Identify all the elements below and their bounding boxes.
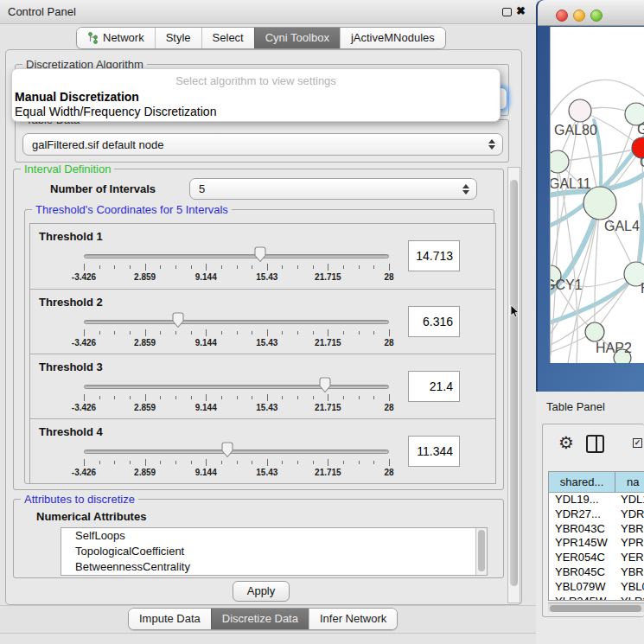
thresholds-group-title: Threshold's Coordinates for 5 Intervals bbox=[32, 203, 232, 216]
table-row[interactable]: YDL19...YDL1 bbox=[549, 493, 644, 507]
network-window-titlebar bbox=[538, 0, 644, 26]
list-item[interactable]: SelfLoops bbox=[61, 528, 487, 544]
threshold-row-4: Threshold 4 -3.4262.8599.14415.4321.7152… bbox=[30, 418, 495, 483]
cyni-toolbox-panel: Discretization Algorithm Select algorith… bbox=[5, 49, 522, 605]
node-label-gal11: GAL11 bbox=[551, 176, 591, 191]
apply-button[interactable]: Apply bbox=[233, 581, 290, 602]
list-scrollbar[interactable] bbox=[475, 528, 487, 575]
table-row[interactable]: YDR27...YDR2 bbox=[549, 507, 644, 522]
threshold-row-1: Threshold 1 -3.4262.8599.14415.4321.7152… bbox=[30, 224, 495, 289]
node-gal4[interactable] bbox=[583, 187, 616, 220]
tab-cyni-toolbox[interactable]: Cyni Toolbox bbox=[254, 28, 340, 48]
tab-network-label: Network bbox=[103, 31, 144, 44]
table-horizontal-scrollbar[interactable] bbox=[548, 603, 644, 612]
table-row[interactable]: YPR145WYPR1 bbox=[549, 536, 644, 551]
table-row[interactable]: YBR043CYBR0 bbox=[549, 522, 644, 537]
column-header-name[interactable]: na bbox=[615, 472, 644, 492]
threshold-row-3: Threshold 3 -3.4262.8599.14415.4321.7152… bbox=[30, 354, 495, 418]
tab-select[interactable]: Select bbox=[201, 28, 254, 48]
window-title: Control Panel bbox=[8, 5, 76, 18]
node-label-hap2: HAP2 bbox=[596, 341, 632, 355]
control-panel-titlebar: Control Panel ✖ bbox=[0, 0, 536, 24]
network-view-window: GAL80 GA G GAL11 GAL4 GCY1 H HAP2 bbox=[536, 0, 644, 392]
node-label-partial-r: G bbox=[640, 155, 644, 169]
list-item[interactable]: BetweennessCentrality bbox=[61, 559, 487, 575]
table-panel: ⚙ ✓ ✓ shared... na YDL19...YDL1 YDR27...… bbox=[542, 424, 644, 617]
num-intervals-label: Number of Intervals bbox=[50, 182, 156, 195]
table-data-combobox[interactable]: galFiltered.sif default node bbox=[22, 133, 503, 156]
thresholds-container: Threshold 1 -3.4262.8599.14415.4321.7152… bbox=[29, 223, 496, 484]
interval-definition-title: Interval Definition bbox=[21, 163, 114, 175]
threshold-2-value-field[interactable]: 6.316 bbox=[408, 306, 460, 337]
network-graph: GAL80 GA G GAL11 GAL4 GCY1 H HAP2 bbox=[551, 27, 644, 363]
control-panel-window: Control Panel ✖ Network Style Select bbox=[0, 0, 536, 644]
table-row[interactable]: YBR045CYBR0 bbox=[549, 565, 644, 580]
control-panel-scrollbar[interactable] bbox=[507, 167, 520, 603]
threshold-row-2: Threshold 2 -3.4262.8599.14415.4321.7152… bbox=[30, 289, 495, 354]
algorithm-option-manual[interactable]: Manual Discretization bbox=[15, 90, 139, 104]
node-gal80[interactable] bbox=[569, 99, 591, 122]
num-intervals-combobox[interactable]: 5 bbox=[189, 178, 477, 200]
algorithm-hint: Select algorithm to view settings bbox=[12, 74, 500, 87]
num-intervals-value: 5 bbox=[199, 182, 205, 195]
combo-arrows-icon bbox=[462, 184, 469, 194]
list-item[interactable]: TopologicalCoefficient bbox=[61, 544, 487, 559]
table-panel-header: Table Panel bbox=[536, 393, 644, 422]
network-canvas[interactable]: GAL80 GA G GAL11 GAL4 GCY1 H HAP2 bbox=[550, 27, 644, 363]
gear-icon[interactable]: ⚙ bbox=[558, 432, 574, 453]
close-traffic-light-icon[interactable] bbox=[556, 10, 568, 22]
numerical-attributes-label: Numerical Attributes bbox=[36, 510, 146, 523]
scrollbar-thumb[interactable] bbox=[510, 180, 518, 586]
zoom-traffic-light-icon[interactable] bbox=[590, 10, 603, 22]
node-label-partial-g: GA bbox=[637, 122, 644, 137]
right-region: GAL80 GA G GAL11 GAL4 GCY1 H HAP2 Table … bbox=[536, 0, 644, 644]
mouse-cursor bbox=[510, 304, 520, 319]
table-row[interactable]: YBL079WYBL0 bbox=[549, 580, 644, 595]
split-columns-icon[interactable] bbox=[586, 435, 604, 453]
checkbox-icon[interactable]: ✓ bbox=[633, 438, 642, 448]
node-label-gcy1: GCY1 bbox=[551, 277, 583, 292]
close-icon[interactable]: ✖ bbox=[516, 4, 526, 17]
threshold-3-value-field[interactable]: 21.4 bbox=[408, 371, 460, 402]
threshold-1-value-field[interactable]: 14.713 bbox=[408, 240, 460, 271]
minimize-traffic-light-icon[interactable] bbox=[573, 10, 585, 22]
tab-infer-network[interactable]: Infer Network bbox=[309, 609, 397, 629]
bottom-tab-bar: Impute Data Discretize Data Infer Networ… bbox=[128, 608, 398, 630]
table-row[interactable]: YLR345WYLR3 bbox=[549, 595, 644, 601]
float-window-icon[interactable] bbox=[502, 8, 512, 16]
table-panel-title: Table Panel bbox=[546, 400, 605, 413]
algorithm-option-equal-width[interactable]: Equal Width/Frequency Discretization bbox=[15, 105, 216, 118]
column-header-shared-name[interactable]: shared... bbox=[549, 472, 615, 492]
node-label-h: H bbox=[641, 281, 644, 296]
algorithm-dropdown-popup: Select algorithm to view settings Manual… bbox=[11, 68, 501, 122]
attributes-group-title: Attributes to discretize bbox=[21, 493, 138, 506]
table-data-value: galFiltered.sif default node bbox=[32, 138, 163, 151]
interval-definition-group: Interval Definition Number of Intervals … bbox=[13, 169, 504, 490]
attributes-group: Attributes to discretize Numerical Attri… bbox=[13, 499, 504, 578]
tab-impute-data[interactable]: Impute Data bbox=[129, 609, 211, 629]
table-header-row: shared... na bbox=[549, 472, 644, 493]
table-data-group: Table Data galFiltered.sif default node bbox=[15, 119, 509, 163]
tab-style[interactable]: Style bbox=[155, 28, 201, 48]
node-gal11[interactable] bbox=[551, 150, 569, 173]
network-tree-icon bbox=[87, 32, 99, 44]
numerical-attributes-list[interactable]: SelfLoops TopologicalCoefficient Between… bbox=[61, 527, 488, 576]
tab-discretize-data[interactable]: Discretize Data bbox=[211, 609, 309, 629]
screen: Control Panel ✖ Network Style Select bbox=[0, 0, 644, 644]
combo-arrows-icon bbox=[488, 139, 495, 150]
node-hap2[interactable] bbox=[585, 322, 604, 341]
node-label-gal80: GAL80 bbox=[554, 123, 597, 137]
tab-network[interactable]: Network bbox=[77, 28, 155, 48]
threshold-4-value-field[interactable]: 11.344 bbox=[408, 436, 460, 467]
tab-jactivemnodules[interactable]: jActiveMNodules bbox=[340, 28, 445, 48]
node-label-gal4: GAL4 bbox=[604, 219, 640, 233]
node-table[interactable]: shared... na YDL19...YDL1 YDR27...YDR2 Y… bbox=[548, 471, 644, 601]
top-tab-bar: Network Style Select Cyni Toolbox jActiv… bbox=[76, 27, 446, 49]
table-row[interactable]: YER054CYER0 bbox=[549, 551, 644, 565]
